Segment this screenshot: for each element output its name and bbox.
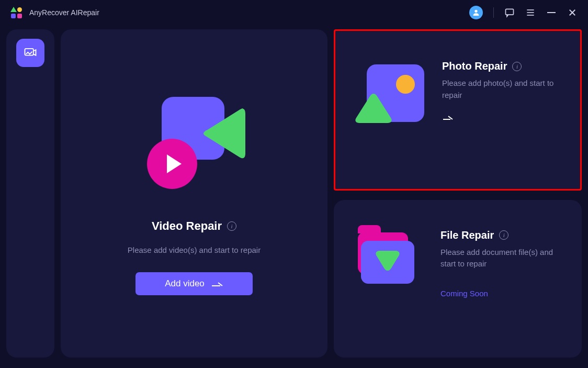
add-video-label: Add video bbox=[165, 278, 205, 289]
app-title: AnyRecover AIRepair bbox=[29, 8, 99, 17]
menu-icon[interactable] bbox=[525, 7, 536, 18]
minimize-button[interactable] bbox=[546, 7, 557, 18]
close-button[interactable] bbox=[567, 7, 578, 18]
video-repair-card[interactable]: Video Repair i Please add video(s) and s… bbox=[61, 29, 327, 358]
file-repair-illustration bbox=[355, 229, 423, 297]
add-video-button[interactable]: Add video bbox=[135, 272, 253, 295]
photo-repair-subtitle: Please add photo(s) and start to repair bbox=[442, 77, 559, 101]
file-repair-subtitle: Please add document file(s) and start to… bbox=[440, 247, 561, 270]
photo-repair-illustration bbox=[356, 60, 424, 128]
feedback-icon[interactable] bbox=[504, 7, 515, 18]
info-icon[interactable]: i bbox=[227, 221, 236, 231]
video-repair-illustration bbox=[142, 92, 246, 186]
app-logo bbox=[10, 7, 22, 18]
arrow-right-icon bbox=[211, 280, 223, 287]
account-avatar[interactable] bbox=[469, 6, 483, 19]
divider bbox=[493, 7, 494, 18]
sidebar bbox=[6, 29, 54, 358]
info-icon[interactable]: i bbox=[499, 230, 508, 240]
play-icon bbox=[167, 154, 182, 173]
svg-point-0 bbox=[474, 10, 477, 13]
arrow-right-icon bbox=[442, 114, 559, 123]
sidebar-repair-button[interactable] bbox=[16, 39, 44, 67]
info-icon[interactable]: i bbox=[512, 62, 522, 71]
photo-repair-title: Photo Repair bbox=[442, 60, 507, 72]
file-repair-card[interactable]: File Repair i Please add document file(s… bbox=[334, 200, 582, 358]
video-repair-subtitle: Please add video(s) and start to repair bbox=[128, 246, 261, 254]
photo-repair-card[interactable]: Photo Repair i Please add photo(s) and s… bbox=[334, 29, 582, 191]
coming-soon-label: Coming Soon bbox=[440, 289, 561, 298]
svg-rect-1 bbox=[506, 9, 514, 15]
video-repair-title: Video Repair bbox=[152, 219, 222, 233]
file-repair-title: File Repair bbox=[440, 229, 494, 241]
